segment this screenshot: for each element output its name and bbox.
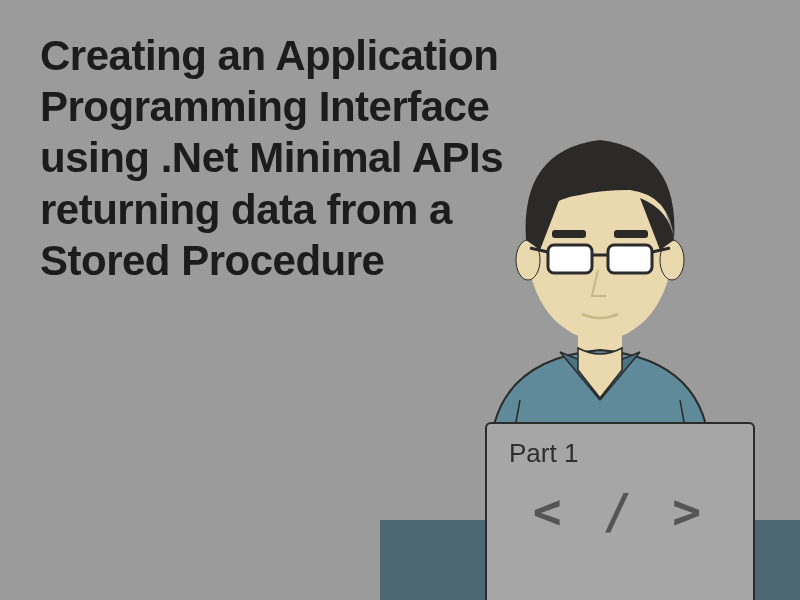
code-icon: < / > <box>533 487 708 535</box>
part-label: Part 1 <box>509 438 578 469</box>
svg-rect-4 <box>552 230 586 238</box>
laptop: Part 1 < / > <box>485 422 755 600</box>
svg-rect-6 <box>548 245 592 273</box>
svg-rect-5 <box>614 230 648 238</box>
laptop-back: Part 1 < / > <box>485 422 755 600</box>
svg-rect-7 <box>608 245 652 273</box>
